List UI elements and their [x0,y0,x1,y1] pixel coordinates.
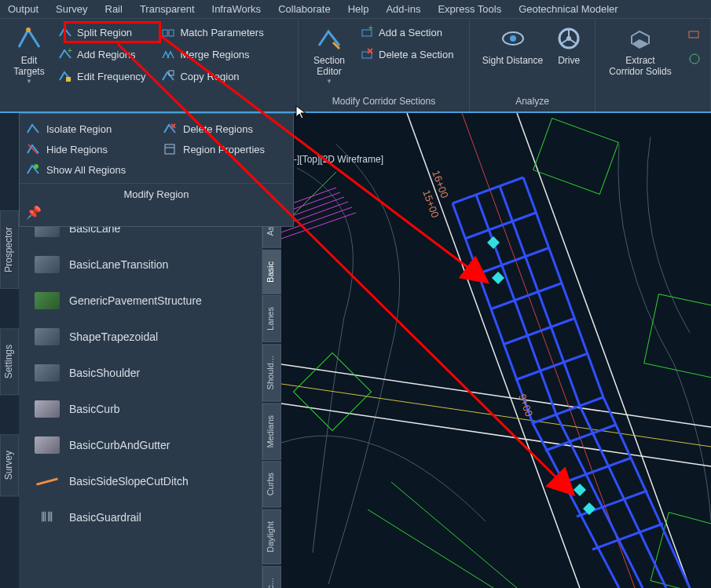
view-label[interactable]: -][Top][2D Wireframe] [294,154,383,165]
delete-regions-icon [163,122,177,136]
tab-more[interactable]: ic... [262,566,281,589]
add-section-button[interactable]: + Add a Section [357,24,456,41]
merge-regions-icon [161,47,175,61]
edit-targets-label: Edit Targets [13,55,44,78]
ribbon: Edit Targets ▼ Split Region + Add Region… [0,19,711,113]
survey-tab[interactable]: Survey [0,434,19,496]
hide-regions-label: Hide Regions [46,144,108,155]
svg-line-64 [592,524,663,550]
station-label-3: 9+00 [516,393,535,418]
drawing-canvas: 16+00 15+00 9+00 [281,113,711,588]
svg-point-22 [34,164,38,169]
palette-item-basiclanetransition[interactable]: BasicLaneTransition [19,247,262,283]
isolate-region-item[interactable]: Isolate Region [26,122,150,136]
drive-button[interactable]: Drive [551,22,587,69]
delete-section-label: Delete a Section [379,49,453,60]
svg-line-46 [453,203,533,423]
copy-region-icon [161,69,175,83]
menu-transparent[interactable]: Transparent [140,3,195,15]
svg-line-50 [453,177,523,203]
tab-basic[interactable]: Basic [262,250,281,294]
menu-help[interactable]: Help [348,3,369,15]
left-side-tabs: Prospector Settings Survey [0,210,19,497]
add-regions-button[interactable]: + Add Regions [55,46,148,63]
split-region-button[interactable]: Split Region [55,24,148,41]
dropdown-title: Modify Region [20,183,293,203]
split-region-icon [58,25,72,39]
merge-regions-button[interactable]: Merge Regions [158,46,266,63]
section-editor-button[interactable]: Section Editor ▼ [305,22,354,88]
tab-curbs[interactable]: Curbs [262,461,281,507]
menu-addins[interactable]: Add-ins [386,3,420,15]
isolate-region-icon [26,122,40,136]
palette-item-basicshoulder[interactable]: BasicShoulder [19,355,262,391]
modify-region-dropdown: Isolate Region Hide Regions Show All Reg… [19,113,294,227]
svg-line-17 [561,38,569,44]
palette-item-basiccurbandgutter[interactable]: BasicCurbAndGutter [19,427,262,463]
match-parameters-button[interactable]: Match Parameters [158,24,266,41]
tab-lanes[interactable]: Lanes [262,295,281,342]
sight-distance-label: Sight Distance [482,55,543,66]
delete-regions-item[interactable]: Delete Regions [163,122,287,136]
section-editor-label: Section Editor [313,55,345,78]
svg-rect-25 [165,144,174,154]
prospector-tab[interactable]: Prospector [0,210,19,289]
edit-frequency-label: Edit Frequency [77,71,145,82]
show-all-regions-item[interactable]: Show All Regions [26,163,150,177]
svg-rect-35 [644,294,711,380]
extract-corridor-solids-button[interactable]: Extract Corridor Solids [604,22,676,81]
edit-targets-icon [16,25,42,52]
edit-targets-button[interactable]: Edit Targets ▼ [6,22,52,88]
edit-frequency-icon [58,69,72,83]
tab-shoulders[interactable]: Should... [262,344,281,401]
copy-region-label: Copy Region [180,71,239,82]
svg-text:+: + [368,25,373,32]
extract-solids-label: Extract Corridor Solids [609,55,671,78]
extract-aux2-icon[interactable] [687,52,702,69]
svg-line-60 [603,397,690,588]
ribbon-group-extract: Extract Corridor Solids . [596,19,711,111]
region-properties-label: Region Properties [183,144,265,155]
add-regions-icon: + [58,47,72,61]
copy-region-button[interactable]: Copy Region [158,68,266,85]
drawing-viewport[interactable]: -][Top][2D Wireframe] [281,113,711,588]
svg-line-58 [556,415,643,588]
sight-distance-button[interactable]: Sight Distance [478,22,548,69]
settings-tab[interactable]: Settings [0,328,19,395]
tab-medians[interactable]: Medians [262,404,281,460]
extract-aux1-icon[interactable] [687,27,702,44]
split-region-label: Split Region [77,27,132,38]
svg-rect-5 [169,30,174,36]
palette-category-tabs: Ass... Basic Lanes Should... Medians Cur… [262,203,281,588]
delete-section-icon [360,47,374,61]
edit-frequency-button[interactable]: Edit Frequency [55,68,148,85]
sight-distance-icon [500,25,526,52]
svg-line-31 [462,113,635,588]
svg-line-52 [478,248,548,274]
palette-item-shapetrapezoidal[interactable]: ShapeTrapezoidal [19,319,262,355]
menu-survey[interactable]: Survey [56,3,87,15]
match-parameters-icon [161,25,175,39]
dropdown-pin-icon[interactable]: 📌 [20,203,293,221]
menu-expresstools[interactable]: Express Tools [438,3,501,15]
region-properties-icon [163,142,177,156]
section-editor-icon [316,25,343,52]
menu-collaborate[interactable]: Collaborate [278,3,331,15]
region-properties-item[interactable]: Region Properties [163,142,287,156]
palette-item-genericpavement[interactable]: GenericPavementStructure [19,283,262,319]
svg-point-20 [690,54,699,64]
menu-infraworks[interactable]: InfraWorks [212,3,262,15]
palette-item-basiccurb[interactable]: BasicCurb [19,391,262,427]
menu-rail[interactable]: Rail [105,3,123,15]
svg-line-47 [476,195,556,415]
group-label-corridor-sections: Modify Corridor Sections [305,93,463,111]
palette-item-basicsideslope[interactable]: BasicSideSlopeCutDitch [19,463,262,499]
delete-section-button[interactable]: Delete a Section [357,46,456,63]
hide-regions-item[interactable]: Hide Regions [26,142,150,156]
menu-output[interactable]: Output [8,3,38,15]
palette-item-basicguardrail[interactable]: ⦀⦀BasicGuardrail [19,499,262,535]
menu-geotechnical[interactable]: Geotechnical Modeler [519,3,618,15]
tab-daylight[interactable]: Daylight [262,509,281,564]
svg-line-30 [281,404,711,466]
svg-rect-9 [362,52,372,58]
